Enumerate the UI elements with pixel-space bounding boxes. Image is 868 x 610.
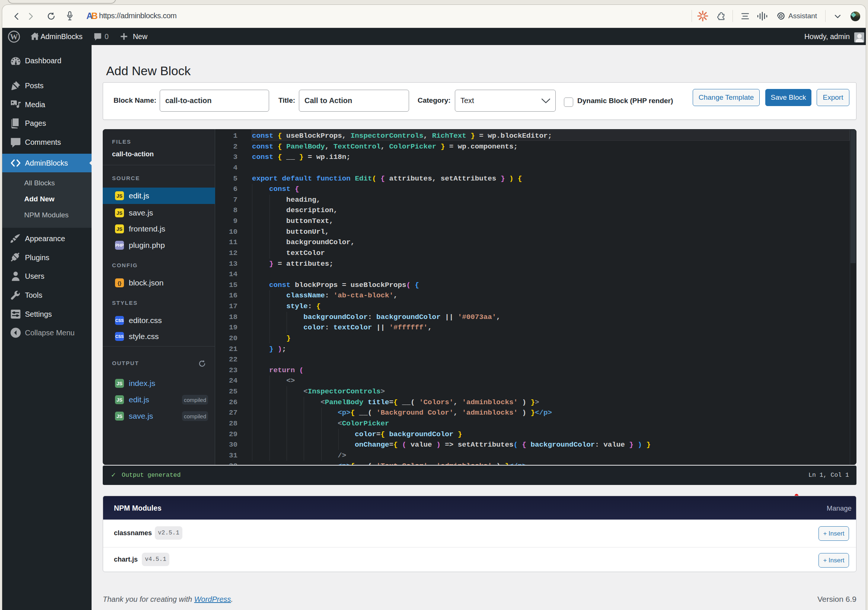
svg-text:W: W bbox=[10, 33, 18, 41]
